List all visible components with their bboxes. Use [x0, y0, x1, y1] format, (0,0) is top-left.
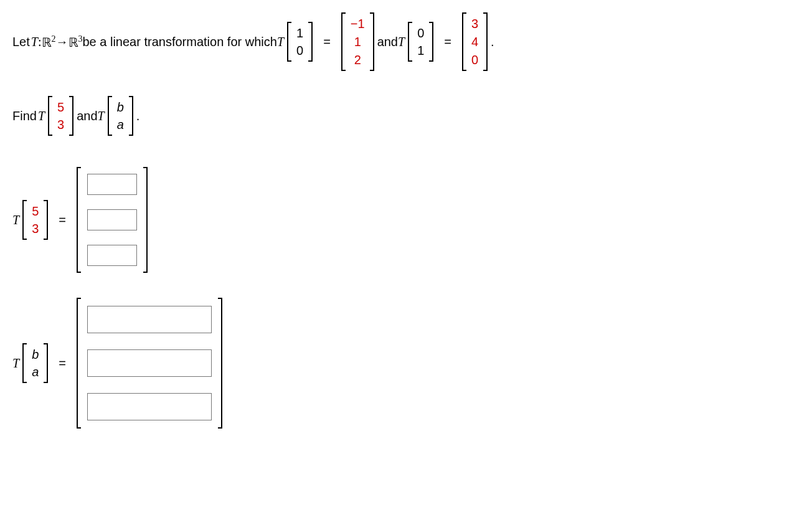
- answer-row-2: T b a =: [12, 298, 800, 429]
- var-T-ba: T: [98, 109, 105, 123]
- answer-row-1: T 5 3 =: [12, 167, 800, 273]
- var-T: T: [31, 35, 38, 49]
- var-T-ans1: T: [12, 213, 19, 227]
- vector-53: 5 3: [46, 96, 75, 136]
- equals-ans2: =: [59, 356, 66, 371]
- problem-statement-line1: Let T : ℝ2 → ℝ3 be a linear transformati…: [12, 12, 800, 71]
- answer1-input-3[interactable]: [87, 245, 137, 266]
- set-R2: ℝ2: [42, 34, 56, 50]
- set-R3: ℝ3: [68, 34, 83, 50]
- answer2-input-3[interactable]: [87, 393, 212, 420]
- text-and: and: [377, 35, 398, 49]
- vector-ba: b a: [106, 96, 135, 136]
- vector-ans2-in: b a: [21, 343, 50, 383]
- vector-Te2: 3 4 0: [460, 12, 489, 71]
- text-let: Let: [12, 35, 30, 49]
- answer-bracket-2: [75, 298, 224, 429]
- vector-ans1-in: 5 3: [21, 200, 50, 240]
- answer2-input-1[interactable]: [87, 306, 212, 333]
- equals-2: =: [444, 35, 451, 49]
- var-T-e1: T: [277, 35, 284, 49]
- var-T-53: T: [38, 109, 45, 123]
- var-T-ans2: T: [12, 356, 19, 371]
- vector-e1: 1 0: [285, 22, 314, 62]
- period-1: .: [491, 35, 494, 49]
- answer1-input-2[interactable]: [87, 209, 137, 230]
- period-2: .: [136, 109, 140, 123]
- answer-bracket-1: [75, 167, 149, 273]
- vector-e2: 0 1: [406, 22, 435, 62]
- problem-statement-line2: Find T 5 3 and T b a .: [12, 96, 800, 136]
- arrow: →: [56, 35, 68, 49]
- text-mid: be a linear transformation for which: [83, 35, 277, 49]
- text-and-2: and: [77, 109, 97, 123]
- answer1-input-1[interactable]: [87, 174, 137, 195]
- equals-ans1: =: [59, 213, 66, 227]
- vector-Te1: −1 1 2: [339, 12, 376, 71]
- text-find: Find: [12, 109, 37, 123]
- equals-1: =: [323, 35, 331, 49]
- answer2-input-2[interactable]: [87, 349, 212, 377]
- var-T-e2: T: [398, 35, 405, 49]
